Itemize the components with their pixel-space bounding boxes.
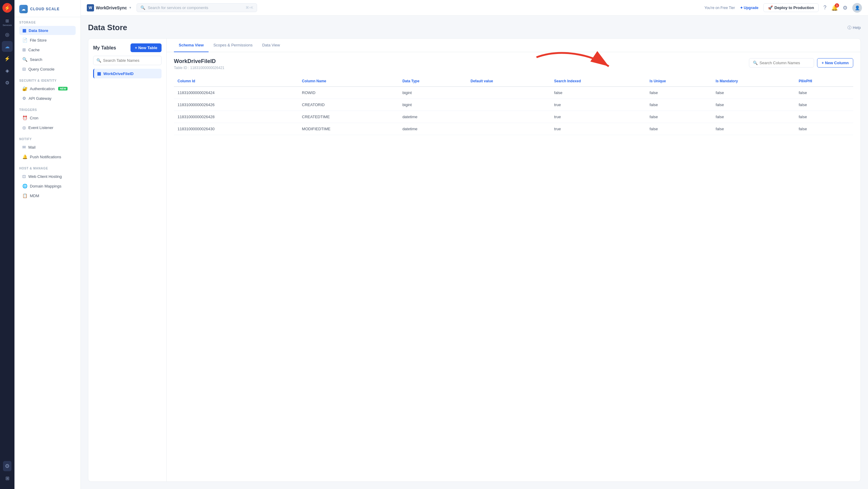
sidebar-item-api-gateway[interactable]: ⚙ API Gateway: [19, 94, 76, 103]
table-cell: false: [712, 123, 795, 135]
deploy-to-production-button[interactable]: 🚀 Deploy to Production: [764, 3, 818, 12]
column-search-input[interactable]: [760, 61, 810, 65]
upgrade-button[interactable]: ✦ Upgrade: [740, 6, 758, 10]
table-cell: true: [551, 123, 646, 135]
sidebar-item-push-notifications[interactable]: 🔔 Push Notifications: [19, 152, 76, 161]
mail-icon: ✉: [22, 145, 26, 150]
schema-area: Schema View Scopes & Permissions Data Vi…: [167, 39, 861, 482]
col-header-is-mandatory: Is Mandatory: [712, 76, 795, 87]
new-column-button[interactable]: + New Column: [817, 58, 853, 67]
auth-icon: 🔐: [22, 86, 27, 91]
schema-tabs: Schema View Scopes & Permissions Data Vi…: [167, 39, 861, 52]
search-placeholder-text: Search for services or components: [148, 5, 208, 10]
table-cell: false: [646, 87, 712, 99]
table-cell: false: [646, 123, 712, 135]
table-cell: 11831000000026424: [174, 87, 299, 99]
sidebar-item-data-store[interactable]: ▦ Data Store: [19, 26, 76, 35]
table-row: 11831000000026428CREATEDTIMEdatetimetrue…: [174, 111, 853, 123]
sidebar-item-authentication[interactable]: 🔐 Authentication NEW: [19, 84, 76, 93]
help-circle-icon: ⓘ: [847, 25, 851, 30]
cron-icon: ⏰: [22, 116, 27, 120]
table-cell: false: [795, 99, 853, 111]
table-cell: false: [795, 111, 853, 123]
notification-badge: 1: [835, 3, 839, 7]
security-section-label: SECURITY & IDENTITY: [19, 79, 76, 82]
rail-settings-icon[interactable]: ⚙: [2, 461, 13, 471]
table-cell: 11831000000026430: [174, 123, 299, 135]
settings-icon[interactable]: ⚙: [843, 4, 847, 11]
chevron-down-icon: ▼: [129, 6, 132, 9]
notifications-icon[interactable]: 🔔 1: [831, 4, 838, 11]
tables-panel: My Tables + New Table 🔍 ▦ WorkDriveFileI…: [88, 39, 167, 482]
table-cell: false: [646, 111, 712, 123]
tab-data-view[interactable]: Data View: [257, 39, 285, 52]
selected-table-name: WorkDriveFileID: [174, 58, 224, 64]
table-search-bar[interactable]: 🔍: [93, 56, 161, 65]
table-list-item-workdrivefileid[interactable]: ▦ WorkDriveFileID: [93, 69, 161, 79]
rail-item-services[interactable]: ⊞ Services: [2, 17, 13, 28]
tab-schema-view[interactable]: Schema View: [174, 39, 209, 52]
col-header-is-unique: Is Unique: [646, 76, 712, 87]
rail-logo-icon[interactable]: ⚡: [2, 3, 12, 13]
sidebar-section-notify: NOTIFY ✉ Mail 🔔 Push Notifications: [14, 134, 81, 163]
free-tier-badge: You're on Free Tier: [704, 6, 735, 10]
help-icon[interactable]: ?: [824, 4, 827, 11]
sidebar-item-event-listener[interactable]: ◎ Event Listener: [19, 123, 76, 132]
column-search-bar[interactable]: 🔍: [749, 58, 814, 67]
table-cell: false: [646, 99, 712, 111]
table-cell: datetime: [399, 111, 467, 123]
app-selector[interactable]: W WorkDriveSync ▼: [87, 4, 132, 11]
triggers-section-label: TRIGGERS: [19, 108, 76, 112]
tab-scopes-permissions[interactable]: Scopes & Permissions: [209, 39, 257, 52]
sidebar-section-security: SECURITY & IDENTITY 🔐 Authentication NEW…: [14, 75, 81, 104]
topbar: W WorkDriveSync ▼ 🔍 Search for services …: [81, 0, 868, 16]
rail-item-4[interactable]: ◈: [2, 65, 13, 76]
table-cell: bigint: [399, 99, 467, 111]
table-header-row: WorkDriveFileID Table ID : 1183100000002…: [174, 58, 853, 70]
new-table-button[interactable]: + New Table: [130, 43, 161, 52]
page-content: Data Store ⓘ Help My Tables + New Table …: [81, 16, 868, 489]
table-cell: false: [712, 99, 795, 111]
help-link[interactable]: ⓘ Help: [847, 25, 861, 30]
col-header-pii-ephi: PII/ePHI: [795, 76, 853, 87]
app-logo: W: [87, 4, 94, 11]
cache-icon: ⊞: [22, 47, 26, 52]
global-search-bar[interactable]: 🔍 Search for services or components ⌘+K: [136, 3, 257, 12]
user-avatar[interactable]: 👤: [852, 3, 862, 13]
host-manage-section-label: HOST & MANAGE: [19, 167, 76, 170]
search-shortcut: ⌘+K: [246, 6, 253, 10]
sidebar-section-host-manage: HOST & MANAGE ⊡ Web Client Hosting 🌐 Dom…: [14, 163, 81, 202]
table-cell: 11831000000026428: [174, 111, 299, 123]
sidebar-item-mail[interactable]: ✉ Mail: [19, 143, 76, 152]
table-name-block: WorkDriveFileID Table ID : 1183100000002…: [174, 58, 224, 70]
topbar-right: You're on Free Tier ✦ Upgrade 🚀 Deploy t…: [704, 3, 862, 13]
storage-section-label: STORAGE: [19, 21, 76, 24]
sidebar-item-domain-mappings[interactable]: 🌐 Domain Mappings: [19, 182, 76, 190]
sidebar-item-web-client-hosting[interactable]: ⊡ Web Client Hosting: [19, 172, 76, 181]
table-id-text: Table ID : 11831000000026421: [174, 66, 224, 70]
table-cell: false: [795, 123, 853, 135]
table-cell: datetime: [399, 123, 467, 135]
table-cell: MODIFIEDTIME: [299, 123, 399, 135]
api-gateway-icon: ⚙: [22, 96, 26, 101]
my-tables-title: My Tables: [93, 45, 116, 51]
sidebar-item-query-console[interactable]: ⊟ Query Console: [19, 64, 76, 73]
table-cell: CREATORID: [299, 99, 399, 111]
data-store-panel: My Tables + New Table 🔍 ▦ WorkDriveFileI…: [88, 38, 861, 482]
rail-grid-icon[interactable]: ⊞: [2, 473, 13, 484]
rail-item-3[interactable]: ⚡: [2, 53, 13, 64]
table-cell: [467, 99, 550, 111]
rail-item-1[interactable]: ◎: [2, 29, 13, 40]
sidebar-item-file-store[interactable]: 📄 File Store: [19, 36, 76, 44]
table-search-input[interactable]: [103, 58, 158, 63]
schema-content: WorkDriveFileID Table ID : 1183100000002…: [167, 52, 861, 482]
table-cell: true: [551, 99, 646, 111]
rail-item-5[interactable]: ⚙: [2, 77, 13, 88]
sidebar-item-search[interactable]: 🔍 Search: [19, 55, 76, 64]
sidebar-item-mdm[interactable]: 📋 MDM: [19, 191, 76, 200]
columns-table: Column Id Column Name Data Type Default …: [174, 76, 853, 135]
sidebar-item-cron[interactable]: ⏰ Cron: [19, 113, 76, 122]
rail-item-cloud[interactable]: ☁: [2, 41, 13, 52]
sidebar-item-cache[interactable]: ⊞ Cache: [19, 45, 76, 54]
file-store-icon: 📄: [22, 38, 27, 42]
